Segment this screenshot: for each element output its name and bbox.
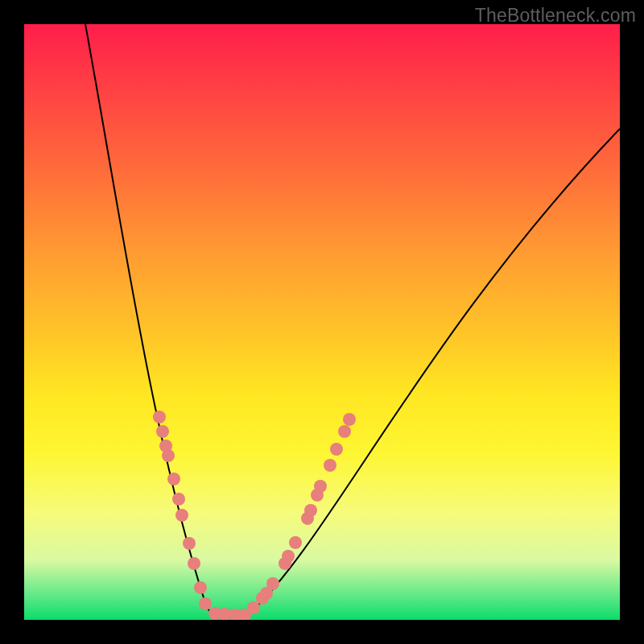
highlight-dot [172,493,185,506]
highlight-dot [167,473,180,485]
highlight-dot [153,411,166,423]
highlight-dot [175,509,188,522]
highlight-dot [314,480,327,493]
highlight-dot [289,536,302,549]
bottleneck-curve-svg [24,24,620,620]
highlight-dots-group [153,411,356,620]
highlight-dot [156,425,169,438]
plot-area [24,24,620,620]
highlight-dot [162,449,175,462]
highlight-dot [194,581,207,594]
bottleneck-curve-path [85,24,620,617]
highlight-dot [304,504,317,517]
highlight-dot [183,537,196,550]
highlight-dot [282,550,295,563]
highlight-dot [266,577,279,590]
highlight-dot [188,557,200,570]
highlight-dot [338,425,351,438]
highlight-dot [343,413,356,426]
watermark-text: TheBottleneck.com [475,5,636,27]
chart-frame: TheBottleneck.com [0,0,644,644]
highlight-dot [324,459,336,472]
highlight-dot [199,597,212,610]
highlight-dot [247,601,260,614]
highlight-dot [330,443,343,456]
